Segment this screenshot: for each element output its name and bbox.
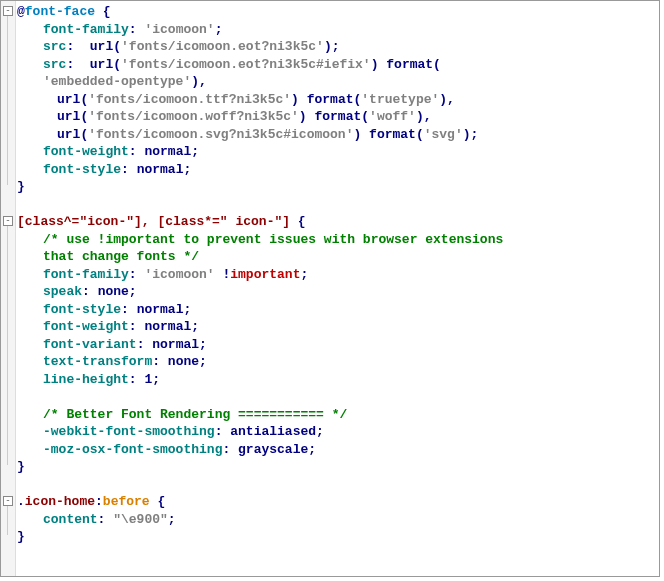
fold-guide-line: [7, 506, 8, 535]
code-line: src: url('fonts/icomoon.eot?ni3k5c');: [17, 38, 659, 56]
fold-toggle-icon[interactable]: [3, 6, 13, 16]
code-line: [17, 196, 659, 214]
code-line: }: [17, 458, 659, 476]
code-line: text-transform: none;: [17, 353, 659, 371]
code-line: }: [17, 178, 659, 196]
code-line: -moz-osx-font-smoothing: grayscale;: [17, 441, 659, 459]
code-line: /* Better Font Rendering =========== */: [17, 406, 659, 424]
fold-guide-line: [7, 226, 8, 465]
code-line: url('fonts/icomoon.svg?ni3k5c#icomoon') …: [17, 126, 659, 144]
code-line: font-weight: normal;: [17, 143, 659, 161]
code-line: [17, 388, 659, 406]
code-line: src: url('fonts/icomoon.eot?ni3k5c#iefix…: [17, 56, 659, 74]
code-line: that change fonts */: [17, 248, 659, 266]
code-area: @font-face {font-family: 'icomoon';src: …: [15, 1, 659, 548]
code-editor: @font-face {font-family: 'icomoon';src: …: [0, 0, 660, 577]
code-line: url('fonts/icomoon.ttf?ni3k5c') format('…: [17, 91, 659, 109]
code-line: [class^="icon-"], [class*=" icon-"] {: [17, 213, 659, 231]
code-line: /* use !important to prevent issues with…: [17, 231, 659, 249]
code-line: .icon-home:before {: [17, 493, 659, 511]
code-line: font-style: normal;: [17, 301, 659, 319]
code-line: font-style: normal;: [17, 161, 659, 179]
code-line: font-variant: normal;: [17, 336, 659, 354]
fold-gutter: [1, 1, 16, 576]
fold-toggle-icon[interactable]: [3, 496, 13, 506]
code-line: url('fonts/icomoon.woff?ni3k5c') format(…: [17, 108, 659, 126]
code-line: speak: none;: [17, 283, 659, 301]
code-line: font-family: 'icomoon';: [17, 21, 659, 39]
code-line: line-height: 1;: [17, 371, 659, 389]
code-line: -webkit-font-smoothing: antialiased;: [17, 423, 659, 441]
fold-guide-line: [7, 16, 8, 185]
code-line: [17, 476, 659, 494]
code-line: 'embedded-opentype'),: [17, 73, 659, 91]
fold-toggle-icon[interactable]: [3, 216, 13, 226]
code-line: }: [17, 528, 659, 546]
code-line: font-weight: normal;: [17, 318, 659, 336]
code-line: @font-face {: [17, 3, 659, 21]
code-line: font-family: 'icomoon' !important;: [17, 266, 659, 284]
code-line: content: "\e900";: [17, 511, 659, 529]
